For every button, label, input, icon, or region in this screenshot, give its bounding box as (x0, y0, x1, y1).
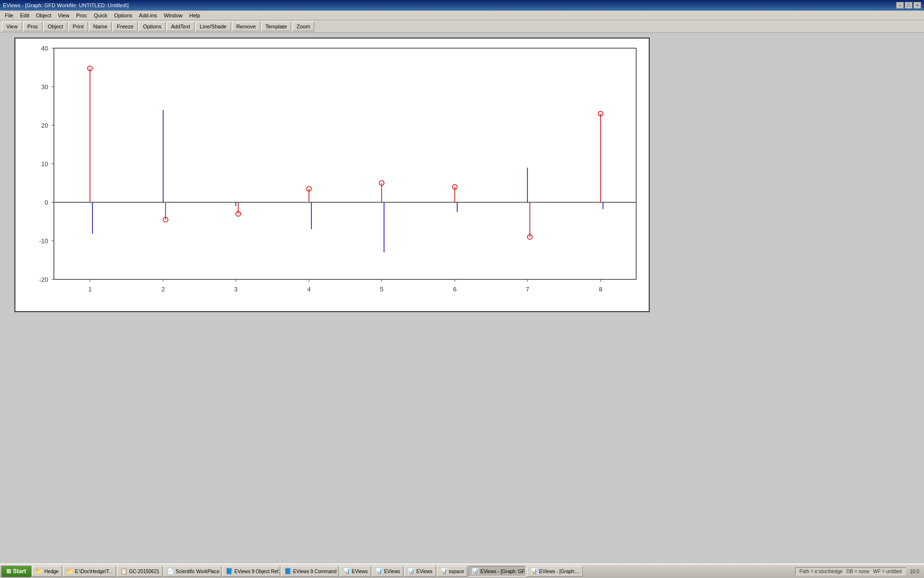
taskbar-eviews3-label: EViews (416, 569, 432, 574)
taskbar-eviews1[interactable]: 📊 EViews (340, 566, 371, 577)
status-info: Path = e:\doc\hedge DB = none WF = untit… (795, 567, 906, 576)
taskbar-eviews-cmd-label: EViews 9 Command ... (293, 569, 339, 574)
taskbar-swp[interactable]: 📄 Scientific WorkPlace (164, 566, 221, 577)
xlabel-5: 5 (380, 286, 383, 293)
taskbar-eviews-graph1[interactable]: 📊 EViews - [Graph: GF... (468, 566, 526, 577)
start-icon: ⊞ (6, 568, 11, 575)
taskbar-sspace[interactable]: 📊 sspace (437, 566, 468, 577)
xlabel-2: 2 (161, 286, 165, 293)
close-btn[interactable]: × (913, 2, 921, 9)
sspace-icon: 📊 (440, 568, 448, 575)
title-bar: EViews - [Graph: GFD Workfile: UNTITLED:… (0, 0, 924, 11)
xlabel-6: 6 (453, 286, 456, 293)
btn-freeze[interactable]: Freeze (113, 22, 138, 31)
menu-bar: File Edit Object View Proc Quick Options… (0, 11, 924, 20)
db-info: DB = none (847, 569, 870, 574)
title-bar-text: EViews - [Graph: GFD Workfile: UNTITLED:… (3, 2, 128, 8)
minimize-btn[interactable]: − (896, 2, 904, 9)
taskbar-eviews-graph2-label: EViews - [Graph:... (539, 569, 579, 574)
taskbar-hedge-label: Hedge (44, 569, 58, 574)
eviews-ref-icon: 📘 (226, 568, 233, 575)
title-bar-controls: − □ × (896, 2, 921, 9)
taskbar-swp-label: Scientific WorkPlace (176, 569, 219, 574)
xlabel-7: 7 (526, 286, 529, 293)
wf-info: WF = untitled (873, 569, 901, 574)
ylabel-20: 20 (41, 122, 48, 129)
btn-proc[interactable]: Proc (23, 22, 43, 31)
btn-name[interactable]: Name (89, 22, 112, 31)
eviews2-icon: 📊 (375, 568, 383, 575)
ylabel-0: 0 (45, 199, 48, 206)
menu-object[interactable]: Object (33, 11, 54, 20)
taskbar-doc[interactable]: 📁 E:\Doc\Hedge\T... (63, 566, 116, 577)
xlabel-4: 4 (307, 286, 310, 293)
clock: 10:0 (910, 569, 919, 574)
ylabel-10: 10 (41, 160, 48, 168)
taskbar-gc-label: GC-20150621 (129, 569, 159, 574)
btn-addtext[interactable]: AddText (167, 22, 194, 31)
ylabel-30: 30 (41, 83, 48, 91)
menu-file[interactable]: File (2, 11, 16, 20)
taskbar-eviews3[interactable]: 📊 EViews (404, 566, 436, 577)
btn-lineshade[interactable]: Line/Shade (195, 22, 231, 31)
ylabel-n10: -10 (39, 237, 48, 245)
btn-zoom[interactable]: Zoom (292, 22, 314, 31)
menu-proc[interactable]: Proc (73, 11, 90, 20)
menu-edit[interactable]: Edit (17, 11, 32, 20)
eviews-graph1-icon: 📊 (472, 568, 479, 575)
maximize-btn[interactable]: □ (905, 2, 912, 9)
taskbar-eviews-graph1-label: EViews - [Graph: GF... (480, 569, 526, 574)
eviews-cmd-icon: 📘 (284, 568, 292, 575)
eviews3-icon: 📊 (408, 568, 415, 575)
hedge-icon: 📁 (36, 568, 43, 575)
btn-options[interactable]: Options (139, 22, 166, 31)
btn-remove[interactable]: Remove (232, 22, 260, 31)
swp-icon: 📄 (167, 568, 174, 575)
doc-icon: 📁 (66, 568, 74, 575)
menu-view[interactable]: View (55, 11, 73, 20)
taskbar-doc-label: E:\Doc\Hedge\T... (75, 569, 113, 574)
taskbar-eviews-graph2[interactable]: 📊 EViews - [Graph:... (527, 566, 583, 577)
chart-area: 40 30 20 10 0 -10 -20 (15, 39, 649, 311)
taskbar: ⊞ Start 📁 Hedge 📁 E:\Doc\Hedge\T... 📋 GC… (0, 564, 924, 578)
menu-options[interactable]: Options (111, 11, 135, 20)
taskbar-eviews2-label: EViews (384, 569, 400, 574)
taskbar-eviews-ref-label: EViews 9 Object Ref... (234, 569, 280, 574)
gc-icon: 📋 (120, 568, 128, 575)
xlabel-3: 3 (234, 286, 237, 293)
taskbar-eviews2[interactable]: 📊 EViews (372, 566, 403, 577)
taskbar-right: Path = e:\doc\hedge DB = none WF = untit… (791, 567, 923, 576)
eviews-graph2-icon: 📊 (530, 568, 538, 575)
eviews1-icon: 📊 (343, 568, 350, 575)
taskbar-hedge[interactable]: 📁 Hedge (32, 566, 62, 577)
menu-help[interactable]: Help (186, 11, 203, 20)
btn-print[interactable]: Print (68, 22, 88, 31)
taskbar-eviews-cmd[interactable]: 📘 EViews 9 Command ... (281, 566, 339, 577)
taskbar-eviews1-label: EViews (352, 569, 368, 574)
menu-addins[interactable]: Add-ins (136, 11, 160, 20)
taskbar-gc[interactable]: 📋 GC-20150621 (117, 566, 163, 577)
taskbar-eviews-ref[interactable]: 📘 EViews 9 Object Ref... (222, 566, 280, 577)
taskbar-sspace-label: sspace (449, 569, 464, 574)
menu-window[interactable]: Window (161, 11, 185, 20)
btn-template[interactable]: Template (261, 22, 292, 31)
ylabel-n20: -20 (39, 276, 48, 283)
xlabel-1: 1 (88, 286, 91, 293)
toolbar: View Proc Object Print Name Freeze Optio… (0, 20, 924, 33)
btn-object[interactable]: Object (43, 22, 67, 31)
xlabel-8: 8 (599, 286, 602, 293)
start-label: Start (13, 568, 26, 575)
graph-window: 40 30 20 10 0 -10 -20 (14, 38, 650, 312)
start-button[interactable]: ⊞ Start (1, 565, 31, 577)
ylabel-40: 40 (41, 45, 48, 52)
path-info: Path = e:\doc\hedge (799, 569, 843, 574)
main-area: 40 30 20 10 0 -10 -20 (0, 33, 924, 564)
btn-view[interactable]: View (2, 22, 22, 31)
menu-quick[interactable]: Quick (91, 11, 110, 20)
chart-svg: 40 30 20 10 0 -10 -20 (15, 39, 651, 313)
